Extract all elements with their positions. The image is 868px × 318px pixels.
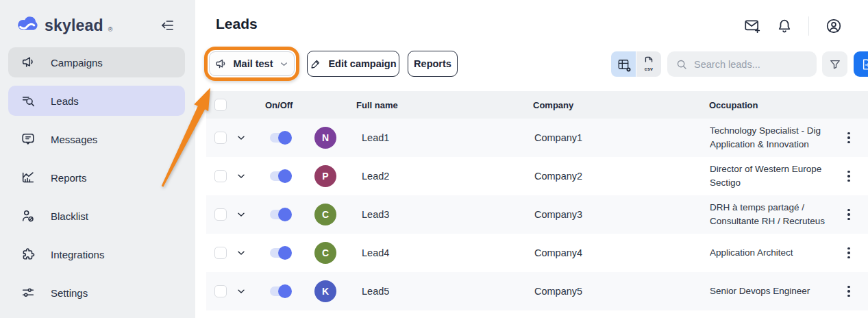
- sidebar-item-label: Campaigns: [51, 57, 103, 69]
- megaphone-icon: [214, 58, 227, 71]
- row-checkbox[interactable]: [214, 208, 227, 221]
- avatar: P: [314, 165, 336, 187]
- brand-name: skylead: [45, 18, 103, 34]
- select-all-checkbox[interactable]: [214, 99, 227, 111]
- table-row[interactable]: K Lead5 Company5 Senior Devops Engineer: [206, 272, 868, 310]
- avatar: C: [314, 204, 336, 225]
- toggle-knob: [278, 284, 292, 298]
- sidebar-item-label: Integrations: [51, 249, 104, 260]
- sidebar-item-settings[interactable]: Settings: [8, 278, 185, 308]
- export-file-icon[interactable]: [854, 51, 868, 77]
- lead-company: Company2: [534, 171, 582, 182]
- onoff-toggle[interactable]: [270, 171, 290, 181]
- edit-campaign-button[interactable]: Edit campaign: [307, 51, 399, 77]
- sidebar-item-label: Reports: [51, 172, 87, 184]
- sidebar-item-label: Settings: [51, 287, 88, 299]
- avatar: K: [314, 280, 336, 302]
- registered-mark: ®: [108, 26, 113, 34]
- skylead-logo: skylead ®: [15, 14, 112, 34]
- row-expand-chevron-icon[interactable]: [236, 286, 247, 297]
- row-expand-chevron-icon[interactable]: [236, 247, 247, 258]
- reports-label: Reports: [414, 58, 451, 69]
- puzzle-icon: [21, 247, 36, 262]
- sidebar-item-label: Messages: [51, 134, 97, 145]
- lead-occupation: Technology Specialist - DigApplication &…: [710, 124, 847, 151]
- sidebar-item-label: Blacklist: [51, 210, 88, 222]
- megaphone-icon: [21, 55, 36, 70]
- table-row[interactable]: C Lead4 Company4 Application Architect: [206, 234, 868, 272]
- row-checkbox[interactable]: [214, 247, 227, 259]
- row-expand-chevron-icon[interactable]: [236, 209, 247, 220]
- column-header-occupation: Occupation: [709, 100, 758, 110]
- row-menu-kebab-icon[interactable]: [843, 130, 855, 145]
- column-header-company: Company: [533, 100, 573, 110]
- app-root: skylead ® Campaigns: [0, 0, 868, 318]
- csv-label: csv: [636, 66, 661, 71]
- lead-occupation: DRH à temps partagé /Consultante RH / Re…: [710, 201, 847, 228]
- column-header-fullname: Full name: [356, 100, 398, 110]
- table-row[interactable]: C Lead3 Company3 DRH à temps partagé /Co…: [206, 195, 868, 234]
- search-leads: [667, 51, 817, 77]
- lead-occupation: Application Architect: [710, 246, 847, 260]
- table-settings-icon[interactable]: [611, 51, 636, 77]
- csv-file-icon[interactable]: csv: [636, 51, 661, 77]
- sidebar: skylead ® Campaigns: [0, 0, 195, 318]
- row-checkbox[interactable]: [214, 285, 227, 297]
- account-icon[interactable]: [825, 17, 843, 35]
- sidebar-item-leads[interactable]: Leads: [8, 86, 185, 116]
- search-input[interactable]: [694, 59, 804, 70]
- row-expand-chevron-icon[interactable]: [236, 171, 247, 182]
- lead-occupation: Senior Devops Engineer: [710, 284, 847, 298]
- view-toggle: csv: [611, 51, 661, 77]
- page-title: Leads: [216, 16, 258, 32]
- campaign-selector[interactable]: Mail test: [209, 51, 295, 76]
- row-checkbox[interactable]: [214, 132, 227, 144]
- lead-name: Lead1: [362, 132, 389, 143]
- avatar: C: [314, 242, 336, 264]
- mail-plus-icon[interactable]: [743, 17, 761, 35]
- chevron-down-icon: [279, 59, 289, 69]
- search-icon: [675, 58, 688, 71]
- onoff-toggle[interactable]: [270, 286, 290, 296]
- toggle-knob: [278, 246, 292, 260]
- row-menu-kebab-icon[interactable]: [843, 169, 855, 184]
- onoff-toggle[interactable]: [270, 133, 290, 143]
- table-header: On/Off Full name Company Occupation: [206, 91, 868, 119]
- lead-company: Company4: [534, 247, 582, 258]
- bell-icon[interactable]: [776, 17, 793, 35]
- lead-company: Company1: [534, 132, 582, 143]
- sidebar-item-blacklist[interactable]: Blacklist: [8, 201, 185, 231]
- row-expand-chevron-icon[interactable]: [236, 132, 247, 143]
- pencil-icon: [310, 58, 322, 70]
- annotation-highlight-ring: Mail test: [204, 47, 299, 81]
- lead-name: Lead5: [362, 286, 389, 297]
- sidebar-item-label: Leads: [51, 95, 79, 107]
- campaign-selector-label: Mail test: [233, 58, 273, 69]
- row-menu-kebab-icon[interactable]: [843, 207, 855, 222]
- table-row[interactable]: P Lead2 Company2 Director of Western Eur…: [206, 157, 868, 195]
- toggle-knob: [278, 131, 292, 145]
- skylead-cloud-icon: [15, 14, 40, 34]
- lead-name: Lead3: [362, 209, 389, 220]
- sidebar-item-reports[interactable]: Reports: [8, 162, 185, 193]
- sidebar-collapse-icon[interactable]: [159, 16, 178, 35]
- onoff-toggle[interactable]: [270, 248, 290, 258]
- sidebar-item-integrations[interactable]: Integrations: [8, 239, 185, 269]
- topbar-divider: [808, 16, 809, 36]
- filter-icon[interactable]: [822, 51, 847, 77]
- row-menu-kebab-icon[interactable]: [843, 284, 855, 299]
- onoff-toggle[interactable]: [270, 210, 290, 219]
- row-checkbox[interactable]: [214, 170, 227, 182]
- reports-button[interactable]: Reports: [408, 51, 458, 77]
- sidebar-item-messages[interactable]: Messages: [8, 124, 185, 154]
- table-row[interactable]: N Lead1 Company1 Technology Specialist -…: [206, 119, 868, 157]
- chart-icon: [21, 170, 36, 185]
- sidebar-item-campaigns[interactable]: Campaigns: [8, 47, 185, 77]
- column-header-onoff: On/Off: [265, 100, 293, 110]
- leads-search-icon: [21, 93, 36, 108]
- table-body: N Lead1 Company1 Technology Specialist -…: [206, 119, 868, 310]
- row-menu-kebab-icon[interactable]: [843, 245, 855, 260]
- blocked-user-icon: [21, 208, 36, 223]
- lead-company: Company3: [534, 209, 582, 220]
- toggle-knob: [278, 169, 292, 183]
